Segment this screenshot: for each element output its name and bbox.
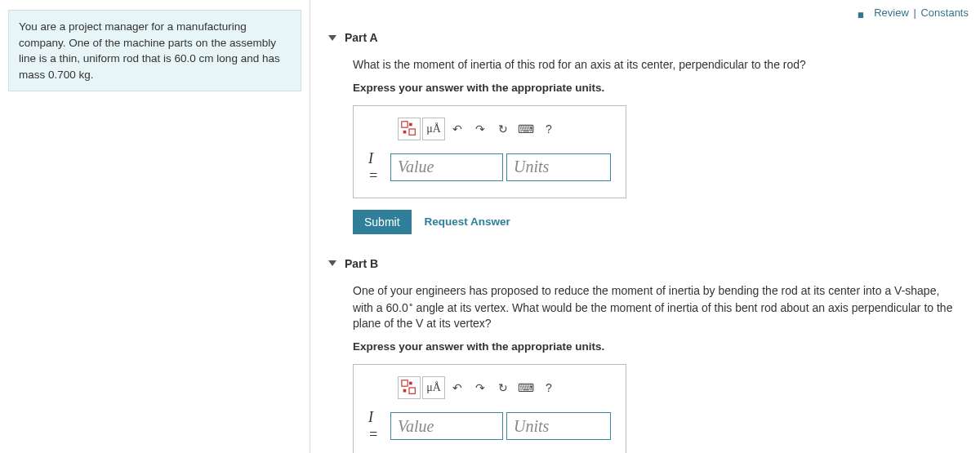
part-a-input-row: I = <box>368 150 611 184</box>
caret-down-icon <box>328 260 336 266</box>
templates-icon <box>400 379 418 397</box>
caret-down-icon <box>328 35 336 41</box>
redo-button[interactable]: ↷ <box>470 118 491 140</box>
units-button[interactable]: μÅ <box>422 118 445 140</box>
top-links: Review | Constants <box>858 7 969 20</box>
link-separator: | <box>913 7 915 19</box>
part-a-toolbar: μÅ ↶ ↷ ↻ ⌨ ? <box>398 118 611 140</box>
redo-button[interactable]: ↷ <box>470 376 491 399</box>
keyboard-button[interactable]: ⌨ <box>515 376 537 399</box>
svg-rect-0 <box>402 121 408 127</box>
keyboard-button[interactable]: ⌨ <box>515 118 537 140</box>
help-button[interactable]: ? <box>538 376 559 399</box>
part-b: Part B One of your engineers has propose… <box>328 257 962 453</box>
part-a-title: Part A <box>345 31 378 44</box>
part-b-q-post: angle at its vertex. What would be the m… <box>353 301 952 331</box>
part-a-answer-box: μÅ ↶ ↷ ↻ ⌨ ? I = <box>353 105 626 198</box>
svg-rect-5 <box>409 382 412 385</box>
part-a: Part A What is the moment of inertia of … <box>328 31 962 234</box>
svg-rect-7 <box>409 388 415 393</box>
svg-rect-4 <box>402 380 408 386</box>
part-a-actions: Submit Request Answer <box>353 210 962 234</box>
reset-button[interactable]: ↻ <box>492 376 514 399</box>
reset-button[interactable]: ↻ <box>492 118 514 140</box>
part-a-header[interactable]: Part A <box>328 31 962 44</box>
undo-button[interactable]: ↶ <box>447 118 468 140</box>
part-b-header[interactable]: Part B <box>328 257 962 270</box>
templates-icon <box>400 120 418 138</box>
part-b-input-row: I = <box>368 409 611 443</box>
part-a-request-answer-link[interactable]: Request Answer <box>425 215 510 228</box>
undo-button[interactable]: ↶ <box>447 376 468 399</box>
part-b-answer-box: μÅ ↶ ↷ ↻ ⌨ ? I = <box>353 364 626 453</box>
part-b-instruction: Express your answer with the appropriate… <box>353 340 962 353</box>
part-b-toolbar: μÅ ↶ ↷ ↻ ⌨ ? <box>398 376 611 399</box>
part-a-value-input[interactable] <box>390 153 503 181</box>
constants-link[interactable]: Constants <box>920 7 969 19</box>
templates-button[interactable] <box>398 376 421 399</box>
part-a-question: What is the moment of inertia of this ro… <box>353 57 962 73</box>
problem-sidebar: You are a project manager for a manufact… <box>0 0 310 453</box>
main-content: Review | Constants Part A What is the mo… <box>310 0 980 453</box>
units-button[interactable]: μÅ <box>422 376 445 399</box>
variable-label: I = <box>368 150 385 184</box>
templates-button[interactable] <box>398 118 421 140</box>
svg-rect-2 <box>403 130 407 133</box>
part-b-title: Part B <box>345 257 378 270</box>
part-b-value-input[interactable] <box>390 412 503 440</box>
problem-statement: You are a project manager for a manufact… <box>8 10 301 91</box>
review-icon <box>858 7 869 20</box>
svg-rect-1 <box>409 122 412 126</box>
part-a-instruction: Express your answer with the appropriate… <box>353 82 962 94</box>
svg-rect-3 <box>409 129 415 135</box>
help-button[interactable]: ? <box>538 118 559 140</box>
part-a-submit-button[interactable]: Submit <box>353 210 412 234</box>
part-b-question: One of your engineers has proposed to re… <box>353 283 962 332</box>
review-link[interactable]: Review <box>874 7 909 19</box>
part-b-units-input[interactable] <box>506 412 611 440</box>
variable-label: I = <box>368 409 385 443</box>
part-a-units-input[interactable] <box>506 153 611 181</box>
svg-rect-6 <box>403 389 407 393</box>
